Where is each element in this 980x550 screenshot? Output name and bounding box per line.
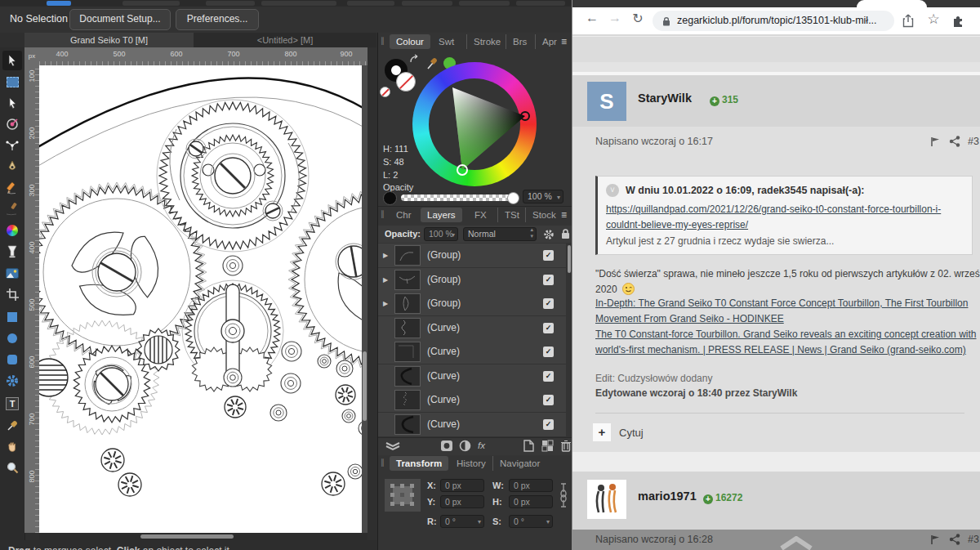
flag-icon[interactable] xyxy=(930,534,942,545)
none-colour-swatch[interactable] xyxy=(380,87,390,97)
expand-icon[interactable]: ▶ xyxy=(383,300,388,307)
toolbar-blue-button[interactable] xyxy=(47,1,71,6)
zoom-tool[interactable] xyxy=(2,458,22,477)
colour-wheel-tool[interactable] xyxy=(2,221,22,240)
tab-stroke[interactable]: Stroke xyxy=(466,34,501,49)
tab-stock[interactable]: Stock xyxy=(525,208,556,222)
adjustment-layer-icon[interactable] xyxy=(459,440,471,452)
layer-row[interactable]: (Curve)✓ xyxy=(378,413,566,437)
active-browser-tab[interactable] xyxy=(857,0,927,7)
rotation-field[interactable]: 0 °▾ xyxy=(440,515,484,528)
doc-tab-grand-seiko[interactable]: Grand Seiko T0 [M] xyxy=(24,33,194,47)
trash-icon[interactable] xyxy=(561,440,571,452)
expand-icon[interactable]: ▶ xyxy=(383,276,388,284)
tab-history[interactable]: History xyxy=(457,456,486,471)
tab-character[interactable]: Chr xyxy=(396,208,412,222)
layer-visibility-checkbox[interactable]: ✓ xyxy=(543,250,554,261)
address-bar[interactable]: zegarkiclub.pl/forum/topic/135101-klub-m… xyxy=(653,11,894,31)
fill-tool[interactable] xyxy=(2,242,22,262)
opacity-slider-knob[interactable] xyxy=(507,192,519,204)
layer-row[interactable]: ▶(Group)✓ xyxy=(378,268,566,293)
new-layer-icon[interactable] xyxy=(523,440,534,452)
sl-triangle[interactable] xyxy=(412,62,537,186)
layer-visibility-checkbox[interactable]: ✓ xyxy=(543,275,554,285)
rounded-rectangle-tool[interactable] xyxy=(2,350,22,369)
pencil-tool[interactable] xyxy=(2,178,22,198)
canvas-vscrollbar-thumb[interactable] xyxy=(363,351,367,421)
ellipse-tool[interactable] xyxy=(2,329,22,348)
forward-button[interactable]: → xyxy=(605,11,625,25)
quote-button[interactable]: Cytuj xyxy=(619,427,644,439)
tab-fx[interactable]: FX xyxy=(474,208,487,222)
canvas-hscrollbar-thumb[interactable] xyxy=(140,534,234,539)
layer-row[interactable]: (Curve)✓ xyxy=(378,340,566,364)
layer-row[interactable]: (Curve)✓ xyxy=(378,364,566,389)
document-setup-button[interactable]: Document Setup... xyxy=(69,9,171,30)
tab-transform[interactable]: Transform xyxy=(390,456,448,471)
colour-picker-tool[interactable] xyxy=(2,415,22,435)
new-pixel-layer-icon[interactable] xyxy=(541,440,554,452)
extension-puzzle-icon[interactable] xyxy=(951,14,966,29)
layer-row[interactable]: (Curve)✓ xyxy=(378,388,566,413)
text-tool[interactable]: T xyxy=(2,394,22,414)
y-field[interactable]: 0 px xyxy=(440,495,484,508)
tab-colour[interactable]: Colour xyxy=(390,34,430,49)
avatar[interactable]: S xyxy=(587,82,626,121)
article-link-grand-seiko[interactable]: The T0 Constant-force Tourbillon. Grand … xyxy=(595,329,980,340)
article-link-hodinkee[interactable]: Movement From Grand Seiko - HODINKEE xyxy=(595,313,980,324)
expand-icon[interactable]: ▶ xyxy=(383,252,388,259)
quoted-link[interactable]: couldnt-believe-my-eyes-reprise/ xyxy=(606,219,748,230)
anchor-selector[interactable] xyxy=(385,479,421,512)
tab-swatches[interactable]: Swt xyxy=(439,34,454,49)
opacity-slider[interactable] xyxy=(401,195,514,201)
layer-visibility-checkbox[interactable]: ✓ xyxy=(543,347,554,357)
lock-icon[interactable] xyxy=(561,228,570,239)
view-pan-tool[interactable] xyxy=(2,436,22,456)
rectangle-tool[interactable] xyxy=(2,307,22,327)
back-button[interactable]: ← xyxy=(582,11,602,25)
author-name[interactable]: StaryWilk xyxy=(638,92,692,105)
artboard-tool[interactable] xyxy=(2,72,22,92)
article-link-grand-seiko[interactable]: world's-first mechanism. | PRESS RELEASE… xyxy=(595,344,980,355)
crop-tool[interactable] xyxy=(2,284,22,304)
w-field[interactable]: 0 px xyxy=(509,479,553,492)
pen-tool[interactable] xyxy=(2,157,22,177)
layer-visibility-checkbox[interactable]: ✓ xyxy=(543,323,554,333)
layer-row[interactable]: ▶(Group)✓ xyxy=(378,292,566,316)
tab-layers[interactable]: Layers xyxy=(421,208,462,222)
layer-effects-icon[interactable]: fx xyxy=(478,440,485,450)
mask-layer-icon[interactable] xyxy=(440,440,453,452)
link-dimensions-icon[interactable] xyxy=(558,482,569,515)
x-field[interactable]: 0 px xyxy=(440,479,484,492)
panel-menu-icon[interactable]: ≡ xyxy=(561,36,567,47)
point-transform-tool[interactable] xyxy=(2,114,22,134)
bookmark-star-icon[interactable]: ☆ xyxy=(924,11,943,28)
post-number[interactable]: #3 xyxy=(968,534,979,545)
doc-tab-untitled[interactable]: <Untitled> [M] xyxy=(194,33,376,47)
vector-brush-tool[interactable] xyxy=(2,199,22,219)
author-name[interactable]: mario1971 xyxy=(638,490,697,503)
tab-text-styles[interactable]: TSt xyxy=(497,208,519,222)
layers-scrollbar-thumb[interactable] xyxy=(568,245,571,273)
gear-icon[interactable] xyxy=(543,229,555,240)
preferences-button[interactable]: Preferences... xyxy=(176,9,259,30)
canvas-vscrollbar-track[interactable] xyxy=(362,65,368,533)
layer-visibility-checkbox[interactable]: ✓ xyxy=(543,371,554,382)
expand-layers-icon[interactable] xyxy=(385,440,401,452)
move-tool[interactable] xyxy=(2,51,22,70)
article-link-hodinkee[interactable]: In-Depth: The Grand Seiko T0 Constant Fo… xyxy=(595,297,980,309)
react-plus-button[interactable]: + xyxy=(593,423,611,441)
collapse-quote-icon[interactable]: ˅ xyxy=(606,184,619,197)
tab-brushes[interactable]: Brs xyxy=(506,34,527,49)
tab-navigator[interactable]: Navigator xyxy=(492,456,540,471)
post-number[interactable]: #3 xyxy=(968,136,979,147)
scroll-to-top-chevron-icon[interactable] xyxy=(778,536,814,550)
layer-row[interactable]: ▶(Group)✓ xyxy=(378,244,566,268)
panel-menu-icon[interactable]: ≡ xyxy=(561,209,567,221)
opacity-swatch[interactable] xyxy=(383,191,397,205)
place-image-tool[interactable] xyxy=(2,263,22,283)
reputation-badge[interactable]: +16272 xyxy=(703,492,742,504)
layer-visibility-checkbox[interactable]: ✓ xyxy=(543,395,554,405)
quoted-link[interactable]: https://quillandpad.com/2021/12/26/grand… xyxy=(606,203,941,215)
h-field[interactable]: 0 px xyxy=(509,495,553,508)
